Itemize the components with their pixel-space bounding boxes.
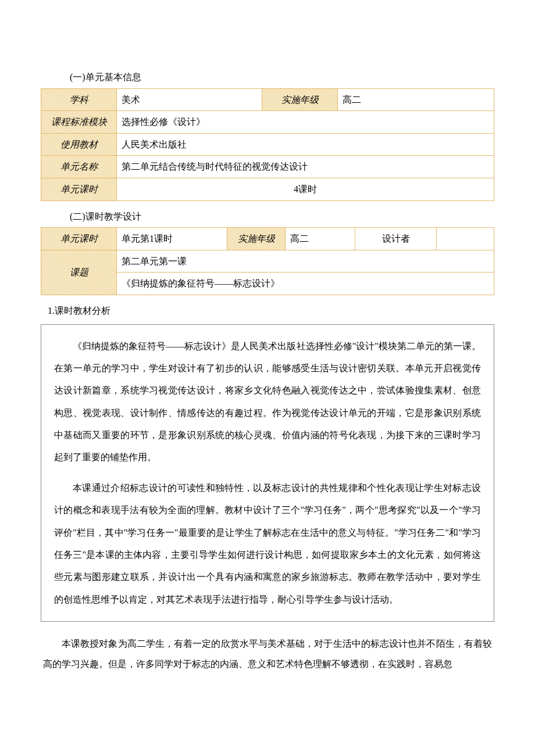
paragraph-1: 《归纳提炼的象征符号——标志设计》是人民美术出版社选择性必修"设计"模块第二单元… [54, 335, 481, 469]
unitname-value: 第二单元结合传统与时代特征的视觉传达设计 [117, 156, 494, 178]
topic-line2: 《归纳提炼的象征符号——标志设计》 [117, 273, 494, 295]
table-row: 课题 第二单元第一课 [41, 250, 494, 273]
topic-line1: 第二单元第一课 [117, 250, 494, 273]
unithours-value: 4课时 [117, 178, 494, 200]
lesson-design-table: 单元课时 单元第1课时 实施年级 高二 设计者 课题 第二单元第一课 《归纳提炼… [41, 227, 494, 295]
lesson-hours-value: 单元第1课时 [117, 228, 227, 250]
subject-value: 美术 [117, 88, 262, 111]
subject-label: 学科 [41, 88, 117, 111]
paragraph-2: 本课通过介绍标志设计的可读性和独特性，以及标志设计的共性规律和个性化表现让学生对… [54, 477, 481, 611]
unit-info-table: 学科 美术 实施年级 高二 课程标准模块 选择性必修《设计》 使用教材 人民美术… [41, 88, 494, 201]
unithours-label: 单元课时 [41, 178, 117, 200]
table-row: 单元课时 4课时 [41, 178, 494, 200]
table-row: 使用教材 人民美术出版社 [41, 133, 494, 156]
lesson-grade-value: 高二 [286, 228, 355, 250]
table-row: 课程标准模块 选择性必修《设计》 [41, 111, 494, 134]
analysis-heading: 1.课时教材分析 [48, 303, 494, 318]
lesson-hours-label: 单元课时 [41, 228, 117, 250]
textbook-label: 使用教材 [41, 133, 117, 156]
analysis-content-box: 《归纳提炼的象征符号——标志设计》是人民美术出版社选择性必修"设计"模块第二单元… [41, 324, 494, 622]
lesson-grade-label: 实施年级 [227, 228, 286, 250]
section-2-title: (二)课时教学设计 [70, 209, 494, 224]
section-1-title: (一)单元基本信息 [70, 70, 494, 85]
topic-label: 课题 [41, 250, 117, 295]
grade-label: 实施年级 [262, 88, 338, 111]
textbook-value: 人民美术出版社 [117, 133, 494, 156]
grade-value: 高二 [338, 88, 494, 111]
module-label: 课程标准模块 [41, 111, 117, 134]
paragraph-3: 本课教授对象为高二学生，有着一定的欣赏水平与美术基础，对于生活中的标志设计也并不… [41, 633, 494, 674]
table-row: 单元课时 单元第1课时 实施年级 高二 设计者 [41, 228, 494, 250]
unitname-label: 单元名称 [41, 156, 117, 178]
table-row: 单元名称 第二单元结合传统与时代特征的视觉传达设计 [41, 156, 494, 178]
module-value: 选择性必修《设计》 [117, 111, 494, 134]
designer-label: 设计者 [355, 228, 437, 250]
designer-value [437, 228, 494, 250]
table-row: 学科 美术 实施年级 高二 [41, 88, 494, 111]
